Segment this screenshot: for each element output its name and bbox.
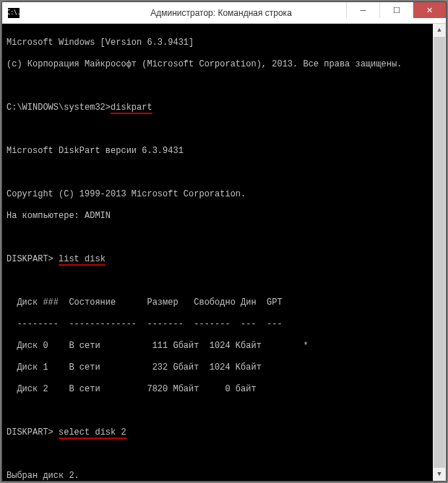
copyright-line: (c) Корпорация Майкрософт (Microsoft Cor… <box>7 59 441 70</box>
version-line: Microsoft Windows [Version 6.3.9431] <box>7 38 441 48</box>
cmd-list-disk: list disk <box>59 254 105 266</box>
app-icon: C:\. <box>8 8 20 18</box>
diskpart-prompt: DISKPART> <box>7 254 53 264</box>
command-prompt-window: C:\. Администратор: Командная строка ─ ☐… <box>1 1 447 482</box>
ms-copyright: Copyright (C) 1999-2013 Microsoft Corpor… <box>7 189 441 200</box>
disk-table-header: Диск ### Состояние Размер Свободно Дин G… <box>7 297 441 308</box>
disk-table-divider: -------- ------------- ------- ------- -… <box>7 319 441 330</box>
terminal-output[interactable]: Microsoft Windows [Version 6.3.9431] (c)… <box>2 24 446 481</box>
cmd-select-disk: select disk 2 <box>59 427 126 439</box>
diskpart-prompt: DISKPART> <box>7 427 53 438</box>
titlebar[interactable]: C:\. Администратор: Командная строка ─ ☐… <box>2 2 446 24</box>
minimize-button[interactable]: ─ <box>346 2 379 18</box>
cmd-diskpart: diskpart <box>111 103 152 114</box>
vertical-scrollbar[interactable]: ▲ ▼ <box>433 24 446 481</box>
maximize-button[interactable]: ☐ <box>379 2 413 18</box>
scroll-thumb[interactable] <box>434 37 445 468</box>
msg-selected-disk: Выбран диск 2. <box>7 471 441 481</box>
diskpart-version: Microsoft DiskPart версии 6.3.9431 <box>7 146 441 157</box>
window-controls: ─ ☐ ✕ <box>346 2 446 18</box>
scroll-down-arrow-icon[interactable]: ▼ <box>433 468 446 481</box>
shell-prompt: C:\WINDOWS\system32> <box>7 103 111 113</box>
scroll-track[interactable] <box>433 37 446 468</box>
scroll-up-arrow-icon[interactable]: ▲ <box>433 24 446 37</box>
computer-name: На компьютере: ADMIN <box>7 211 441 222</box>
close-button[interactable]: ✕ <box>413 2 446 18</box>
disk-row-0: Диск 0 В сети 111 Gбайт 1024 Kбайт * <box>7 341 441 352</box>
disk-row-1: Диск 1 В сети 232 Gбайт 1024 Kбайт <box>7 362 441 373</box>
disk-row-2: Диск 2 В сети 7820 Mбайт 0 байт <box>7 384 441 395</box>
